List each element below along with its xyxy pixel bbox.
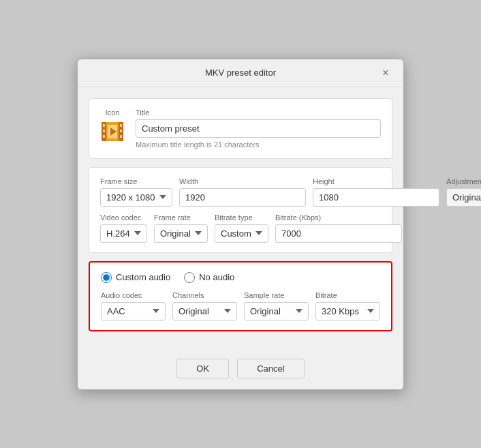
- video-settings-section: Frame size 1920 x 1080 Width Height Adju…: [89, 167, 392, 253]
- audio-codec-group: Audio codec AAC: [101, 291, 166, 320]
- custom-audio-radio-label[interactable]: Custom audio: [101, 272, 170, 283]
- custom-audio-radio[interactable]: [101, 272, 112, 283]
- icon-title-section: Icon Ti: [89, 98, 392, 159]
- custom-audio-text: Custom audio: [116, 272, 170, 282]
- bitrate-type-label: Bitrate type: [215, 213, 268, 222]
- frame-rate-select[interactable]: Original: [154, 224, 208, 243]
- bitrate-type-select[interactable]: Custom: [215, 224, 268, 243]
- adjustment-group: Adjustment Original: [446, 177, 481, 207]
- no-audio-radio-label[interactable]: No audio: [184, 272, 234, 283]
- icon-title-row: Icon Ti: [100, 108, 381, 149]
- height-group: Height: [313, 177, 439, 207]
- title-label: Title: [136, 108, 381, 117]
- icon-label: Icon: [106, 108, 120, 117]
- close-button[interactable]: ×: [379, 66, 392, 80]
- width-input[interactable]: [179, 188, 306, 207]
- title-input[interactable]: [136, 119, 381, 138]
- svg-rect-8: [120, 135, 122, 138]
- svg-rect-3: [103, 124, 105, 127]
- video-codec-label: Video codec: [100, 213, 147, 222]
- frame-rate-group: Frame rate Original: [154, 213, 208, 243]
- audio-bitrate-label: Bitrate: [315, 291, 380, 299]
- channels-label: Channels: [172, 291, 237, 299]
- channels-select[interactable]: Original: [172, 302, 237, 320]
- film-icon: [100, 119, 125, 144]
- audio-codec-select[interactable]: AAC: [101, 302, 166, 320]
- cancel-button[interactable]: Cancel: [237, 359, 304, 378]
- audio-settings-grid: Audio codec AAC Channels Original Sample…: [101, 291, 380, 320]
- frame-size-select[interactable]: 1920 x 1080: [100, 188, 172, 207]
- audio-bitrate-group: Bitrate 320 Kbps: [315, 291, 380, 320]
- dialog-footer: OK Cancel: [78, 350, 403, 389]
- height-label: Height: [313, 177, 439, 185]
- sample-rate-label: Sample rate: [244, 291, 309, 299]
- video-codec-select[interactable]: H.264: [100, 224, 147, 243]
- bitrate-kbps-group: Bitrate (Kbps): [275, 213, 402, 243]
- title-area: Title Maximum title length is 21 charact…: [136, 108, 381, 149]
- sample-rate-select[interactable]: Original: [244, 302, 309, 320]
- sample-rate-group: Sample rate Original: [244, 291, 309, 320]
- adjustment-label: Adjustment: [446, 177, 481, 185]
- audio-codec-label: Audio codec: [101, 291, 166, 299]
- svg-rect-7: [120, 130, 122, 132]
- frame-size-group: Frame size 1920 x 1080: [100, 177, 172, 207]
- height-input[interactable]: [313, 188, 439, 207]
- frame-rate-label: Frame rate: [154, 213, 208, 222]
- bitrate-kbps-input[interactable]: [275, 224, 402, 243]
- bitrate-type-group: Bitrate type Custom: [215, 213, 268, 243]
- audio-section: Custom audio No audio Audio codec AAC Ch…: [89, 261, 392, 331]
- video-codec-group: Video codec H.264: [100, 213, 147, 243]
- svg-rect-6: [120, 124, 122, 127]
- svg-rect-4: [103, 130, 105, 132]
- icon-area: Icon: [100, 108, 125, 144]
- audio-bitrate-select[interactable]: 320 Kbps: [315, 302, 380, 320]
- no-audio-radio[interactable]: [184, 272, 195, 283]
- mkv-preset-editor-dialog: MKV preset editor × Icon: [77, 59, 404, 390]
- title-hint: Maximum title length is 21 characters: [136, 140, 381, 149]
- bitrate-kbps-label: Bitrate (Kbps): [275, 213, 402, 222]
- dialog-title-bar: MKV preset editor ×: [78, 59, 403, 87]
- adjustment-button[interactable]: Original: [446, 188, 481, 207]
- no-audio-text: No audio: [199, 272, 234, 282]
- channels-group: Channels Original: [172, 291, 237, 320]
- width-label: Width: [179, 177, 306, 185]
- dialog-body: Icon Ti: [78, 87, 403, 350]
- frame-row: Frame size 1920 x 1080 Width Height Adju…: [100, 177, 381, 207]
- ok-button[interactable]: OK: [176, 359, 229, 378]
- width-group: Width: [179, 177, 306, 207]
- svg-rect-5: [103, 135, 105, 138]
- codec-row: Video codec H.264 Frame rate Original Bi…: [100, 213, 381, 243]
- frame-size-label: Frame size: [100, 177, 172, 185]
- audio-mode-row: Custom audio No audio: [101, 272, 380, 283]
- dialog-title: MKV preset editor: [102, 68, 379, 78]
